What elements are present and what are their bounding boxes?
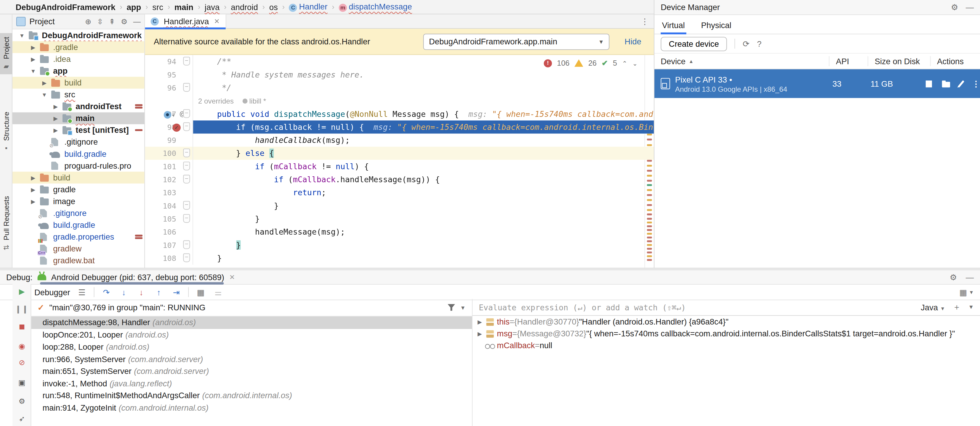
device-row[interactable]: Pixel C API 33 •Android 13.0 Google APIs… [654,69,980,98]
fold-marker-icon[interactable]: – [183,240,190,249]
sidebar-item-project[interactable]: Project▰ [0,33,13,74]
author-annotation[interactable]: libill * [242,97,266,105]
frames-view-icon[interactable]: ☰ [76,288,88,297]
gear-icon[interactable]: ⚙ [121,17,128,26]
help-icon[interactable]: ? [757,39,761,49]
debug-settings-button[interactable]: ⚙ [17,396,27,407]
tree-item-debugandroidframework[interactable]: ▼DebugAndroidFramework [13,29,144,41]
tree-item-build[interactable]: ▶build [13,172,144,184]
create-device-button[interactable]: Create device [661,36,727,51]
fold-marker-icon[interactable]: – [183,83,190,92]
hide-icon[interactable]: — [133,17,140,26]
code-line-108[interactable]: 108– } [145,252,654,264]
stack-frame[interactable]: run:966, SystemServer (com.android.serve… [31,353,472,365]
code-line-100[interactable]: 100– } else { [145,147,654,160]
add-watch-icon[interactable]: ＋ [953,301,961,313]
view-breakpoints-button[interactable]: ◉ [17,341,27,352]
overrides-count[interactable]: 2 overrides [198,97,234,105]
variable-row-this[interactable]: ▶this = {Handler@30770} "Handler (androi… [473,316,980,328]
stop-device-icon[interactable] [926,80,932,87]
fold-marker-icon[interactable]: – [183,201,190,210]
tree-item-gradlew-bat[interactable]: gradlew.bat [13,255,144,266]
chevron-down-icon[interactable]: ▼ [968,304,974,310]
stack-frame[interactable]: loopOnce:201, Looper (android.os) [31,329,472,341]
close-session-icon[interactable]: ✕ [229,273,235,281]
chevron-down-icon[interactable]: ▼ [30,68,36,74]
variable-row-msg[interactable]: ▶msg = {Message@30732} "{ when=-15s740ms… [473,328,980,340]
column-header-api[interactable]: API [829,56,868,66]
hide-icon[interactable]: — [966,272,974,282]
breakpoint-icon[interactable]: ✓ [164,122,181,131]
fold-marker-icon[interactable]: – [183,162,190,170]
chevron-down-icon[interactable]: ▼ [41,92,48,98]
layout-icon[interactable]: ▦ [959,288,967,297]
tree-item-gradle[interactable]: ▶gradle [13,184,144,195]
locate-icon[interactable]: ⊕ [85,17,91,26]
device-menu-icon[interactable]: ⋮ [972,79,980,89]
breadcrumb-item-android[interactable]: android [231,2,258,11]
expand-all-icon[interactable]: ⇳ [97,17,103,26]
code-line-97[interactable]: 97●↓ @– public void dispatchMessage(@Non… [145,108,654,120]
layout-settings-icon[interactable]: ⚌ [213,288,224,297]
fold-marker-icon[interactable]: – [183,149,190,157]
tree-item-app[interactable]: ▼app [13,65,144,77]
tree-item-build-gradle[interactable]: build.gradle [13,219,144,231]
language-selector[interactable]: Java ▼ [921,302,945,312]
sidebar-item-pull-requests[interactable]: Pull Requests⇄ [0,192,13,255]
column-header-size-on-disk[interactable]: Size on Disk [868,56,930,66]
thread-dump-button[interactable]: ▣ [17,377,27,388]
stack-frame[interactable]: run:548, RuntimeInit$MethodAndArgsCaller… [31,390,472,402]
breadcrumb-item-os[interactable]: os [269,2,278,11]
thread-selector[interactable]: ✓ "main"@30,769 in group "main": RUNNING… [31,299,472,317]
tree-item-src[interactable]: ▼src [13,89,144,101]
chevron-right-icon[interactable]: ▶ [52,103,59,109]
chevron-right-icon[interactable]: ▶ [30,56,36,62]
fold-marker-icon[interactable]: – [183,109,190,118]
chevron-right-icon[interactable]: ▶ [41,79,48,86]
chevron-right-icon[interactable]: ▶ [52,127,59,133]
evaluate-input[interactable]: Evaluate expression (↵) or add a watch (… [479,302,686,312]
tree-item--gitignore[interactable]: .gitignore [13,136,144,148]
chevron-right-icon[interactable]: ▶ [477,318,485,325]
breadcrumb-item-debugandroidframework[interactable]: DebugAndroidFramework [16,2,116,11]
tab-handler-java[interactable]: C Handler.java ✕ [145,14,226,29]
code-line-98[interactable]: 98✓– if (msg.callback != null) { msg: "{… [145,120,654,133]
stack-frame[interactable]: main:651, SystemServer (com.android.serv… [31,365,472,377]
tree-item-gradle-properties[interactable]: gradle.properties [13,231,144,243]
resume-button[interactable]: ▶ [17,287,27,296]
breadcrumb-item-handler[interactable]: CHandler [289,2,328,12]
code-line-105[interactable]: 105– } [145,212,654,225]
chevron-right-icon[interactable]: ▶ [30,174,36,181]
close-tab-icon[interactable]: ✕ [214,17,220,25]
tree-item-build[interactable]: ▶build [13,77,144,89]
filter-icon[interactable] [448,304,455,311]
breadcrumb-item-java[interactable]: java [205,2,220,11]
evaluate-expression-icon[interactable]: ▦ [195,288,207,297]
source-combo[interactable]: DebugAndroidFramework.app.main ▼ [423,33,610,50]
fold-marker-icon[interactable]: – [183,57,190,66]
variable-row-mcallback[interactable]: mCallback = null [473,340,980,352]
code-line-99[interactable]: 99 handleCallback(msg); [145,134,654,147]
tree-item--gradle[interactable]: ▶.gradle [13,41,144,53]
fold-marker-icon[interactable]: – [183,214,190,223]
breadcrumb-item-app[interactable]: app [127,2,141,11]
tree-item-main[interactable]: ▶main [13,112,144,124]
mute-breakpoints-button[interactable]: ⊘ [17,358,27,368]
code-line-96[interactable]: 96– */ [145,81,654,94]
breadcrumb-item-dispatchmessage[interactable]: mdispatchMessage [339,2,412,12]
chevron-right-icon[interactable]: ▶ [477,331,485,337]
edit-device-icon[interactable] [958,80,964,87]
fold-marker-icon[interactable]: – [183,175,190,184]
pause-button[interactable]: ❙❙ [17,304,27,314]
overrides-inlay[interactable]: 2 overrideslibill * [192,94,654,108]
tree-item-build-gradle[interactable]: build.gradle [13,148,144,160]
gear-icon[interactable]: ⚙ [950,272,957,282]
run-to-cursor-icon[interactable]: ⇥ [171,288,182,297]
column-header-actions[interactable]: Actions [930,56,980,66]
step-over-icon[interactable]: ↷ [101,288,112,297]
chevron-right-icon[interactable]: ▶ [30,44,36,50]
hide-icon[interactable]: — [966,2,974,12]
gear-icon[interactable]: ⚙ [951,2,958,12]
step-into-icon[interactable]: ↓ [118,288,129,297]
fold-marker-icon[interactable]: – [183,122,190,131]
